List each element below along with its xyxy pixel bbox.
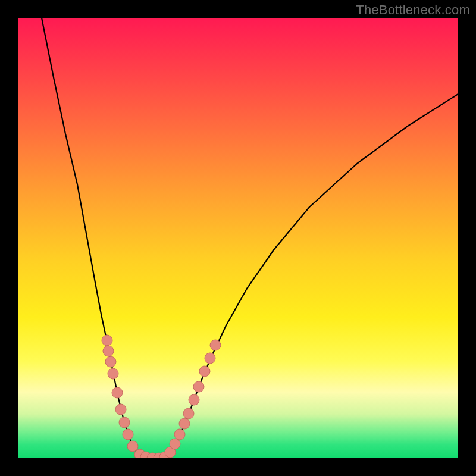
data-point <box>170 439 180 449</box>
data-point <box>123 429 133 440</box>
chart-svg <box>18 18 458 458</box>
data-point <box>105 356 116 367</box>
data-point <box>210 340 221 350</box>
data-point <box>189 394 199 405</box>
data-point <box>127 441 138 452</box>
data-point <box>174 429 185 440</box>
plot-area <box>18 18 458 458</box>
data-point <box>199 366 210 377</box>
outer-frame: TheBottleneck.com <box>0 0 476 476</box>
data-point <box>103 346 114 356</box>
data-point <box>108 368 118 379</box>
data-point <box>183 408 194 419</box>
data-point <box>179 418 190 429</box>
data-point <box>205 353 215 364</box>
data-point <box>115 404 126 415</box>
data-point <box>102 335 112 346</box>
data-point <box>112 387 123 398</box>
data-point <box>193 381 204 392</box>
curve-segment <box>42 18 458 458</box>
watermark-text: TheBottleneck.com <box>356 2 470 18</box>
data-point <box>119 417 130 428</box>
